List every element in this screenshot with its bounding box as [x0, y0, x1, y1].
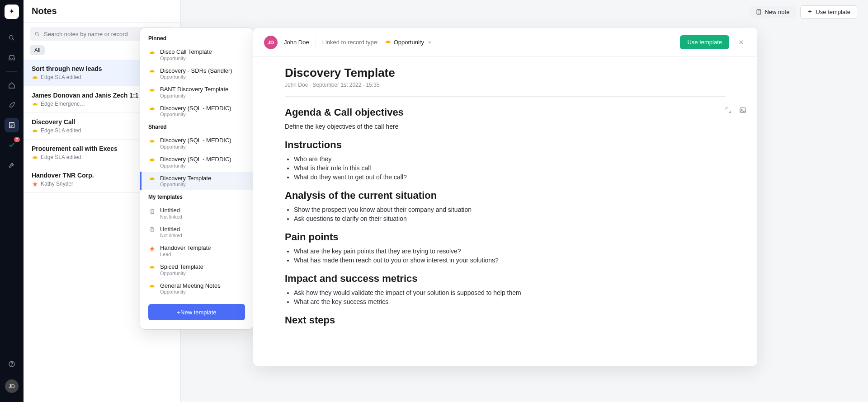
nav-home-icon[interactable]: [5, 78, 19, 93]
tpl-item[interactable]: Discovery TemplateOpportunity: [140, 172, 253, 191]
use-template-top-button[interactable]: Use template: [800, 5, 857, 19]
search-icon: [34, 31, 40, 37]
section-list-item[interactable]: What are the key pain points that they a…: [294, 248, 726, 255]
sparkle-icon: [807, 9, 813, 15]
tpl-item[interactable]: BANT Discovery TemplateOpportunity: [140, 83, 253, 102]
divider: [285, 96, 726, 97]
use-template-top-label: Use template: [816, 9, 850, 15]
image-icon[interactable]: [739, 107, 746, 114]
tpl-item-title: Disco Call Template: [160, 48, 212, 56]
tpl-item[interactable]: Discovery (SQL - MEDDIC)Opportunity: [140, 134, 253, 153]
tpl-item-title: BANT Discovery Template: [160, 86, 228, 93]
tpl-item-title: Discovery (SQL - MEDDIC): [160, 156, 231, 163]
section-text[interactable]: Define the key objectives of the call he…: [285, 123, 726, 130]
nav-tasks-badge: 7: [14, 137, 20, 142]
tpl-item-title: Discovery (SQL - MEDDIC): [160, 105, 231, 112]
nav-divider: [6, 71, 17, 72]
tpl-section-pinned-label: Pinned: [140, 35, 253, 45]
section-list[interactable]: Who are they What is their role in this …: [294, 155, 726, 181]
section-heading-agenda[interactable]: Agenda & Call objectives: [285, 107, 726, 118]
nav-tasks-icon[interactable]: 7: [5, 138, 19, 152]
crown-icon: [32, 101, 38, 107]
notes-panel-title: Notes: [32, 6, 57, 16]
tpl-item-sub: Opportunity: [160, 182, 211, 187]
editor-side-tools: [725, 107, 746, 114]
new-template-button[interactable]: +New template: [148, 304, 245, 320]
owner-avatar: JD: [264, 36, 278, 49]
nav-inbox-icon[interactable]: [5, 51, 19, 65]
note-meta: Edge Emergenc…: [41, 101, 85, 107]
divider: [316, 38, 316, 47]
tpl-item-sub: Opportunity: [160, 74, 232, 79]
star-icon: [32, 181, 38, 187]
crown-icon: [148, 283, 156, 290]
nav-rocket-icon[interactable]: [5, 98, 19, 112]
section-heading-impact[interactable]: Impact and success metrics: [285, 273, 726, 285]
section-heading-next[interactable]: Next steps: [285, 314, 726, 326]
section-list-item[interactable]: What are the key success metrics: [294, 298, 726, 305]
nav-settings-icon[interactable]: [5, 158, 19, 172]
new-note-button[interactable]: New note: [750, 6, 796, 18]
crown-icon: [148, 137, 156, 145]
crown-icon: [148, 264, 156, 271]
tpl-item[interactable]: Discovery (SQL - MEDDIC)Opportunity: [140, 102, 253, 121]
editor-body[interactable]: Discovery Template John Doe · September …: [253, 57, 757, 366]
use-template-button[interactable]: Use template: [680, 35, 729, 49]
close-button[interactable]: [736, 37, 746, 48]
tpl-item[interactable]: Spiced TemplateOpportunity: [140, 260, 253, 279]
tpl-section-shared-label: Shared: [140, 124, 253, 134]
tpl-item[interactable]: UntitledNot linked: [140, 204, 253, 223]
note-meta: Edge SLA edited: [41, 74, 81, 80]
tpl-item-sub: Opportunity: [160, 163, 231, 168]
tpl-item[interactable]: Discovery - SDRs (Sandler)Opportunity: [140, 64, 253, 83]
nav-help-icon[interactable]: [5, 357, 19, 371]
app-logo[interactable]: [5, 5, 19, 19]
section-list-item[interactable]: Who are they: [294, 155, 726, 163]
section-heading-analysis[interactable]: Analysis of the current situation: [285, 190, 726, 201]
tpl-item-sub: Opportunity: [160, 56, 212, 61]
tpl-item-sub: Lead: [160, 252, 211, 257]
close-icon: [738, 39, 744, 45]
section-list-item[interactable]: What do they want to get out of the call…: [294, 173, 726, 181]
template-editor: JD John Doe Linked to record type: Oppor…: [253, 28, 757, 366]
section-heading-instructions[interactable]: Instructions: [285, 139, 726, 151]
tpl-item[interactable]: General Meeting NotesOpportunity: [140, 279, 253, 298]
crown-icon: [148, 68, 156, 75]
note-meta: Edge SLA edited: [41, 127, 81, 134]
section-list[interactable]: Show the prospect you know about their c…: [294, 206, 726, 222]
tpl-item-title: Handover Template: [160, 244, 211, 252]
crown-icon: [148, 105, 156, 112]
section-list-item[interactable]: What has made them reach out to you or s…: [294, 257, 726, 264]
tpl-item[interactable]: Handover TemplateLead: [140, 241, 253, 260]
expand-icon[interactable]: [725, 107, 732, 114]
tpl-item-sub: Opportunity: [160, 93, 228, 98]
section-list[interactable]: What are the key pain points that they a…: [294, 248, 726, 264]
crown-icon: [32, 127, 38, 134]
template-panel: Pinned Disco Call TemplateOpportunity Di…: [140, 28, 253, 329]
doc-title[interactable]: Discovery Template: [285, 66, 726, 80]
top-actions: New note Use template: [750, 5, 857, 19]
record-type-dropdown[interactable]: Opportunity: [385, 39, 433, 46]
nav-avatar[interactable]: JD: [5, 379, 19, 393]
tpl-item[interactable]: UntitledNot linked: [140, 223, 253, 242]
linked-to-label: Linked to record type:: [322, 39, 379, 46]
nav-notes-icon[interactable]: [5, 118, 19, 132]
section-list-item[interactable]: Show the prospect you know about their c…: [294, 206, 726, 213]
crown-icon: [32, 154, 38, 160]
tpl-item[interactable]: Discovery (SQL - MEDDIC)Opportunity: [140, 153, 253, 172]
tpl-item-title: Discovery (SQL - MEDDIC): [160, 137, 231, 144]
section-list-item[interactable]: What is their role in this call: [294, 164, 726, 172]
section-list-item[interactable]: Ask how they would validate the impact o…: [294, 289, 726, 296]
section-list-item[interactable]: Ask questions to clarify on their situat…: [294, 215, 726, 222]
tpl-item-sub: Opportunity: [160, 271, 203, 276]
crown-icon: [148, 156, 156, 164]
filter-all[interactable]: All: [30, 45, 45, 55]
nav-search-icon[interactable]: [5, 31, 19, 45]
tpl-item[interactable]: Disco Call TemplateOpportunity: [140, 45, 253, 64]
tpl-section-my-label: My templates: [140, 194, 253, 204]
owner-name: John Doe: [284, 39, 309, 46]
section-list[interactable]: Ask how they would validate the impact o…: [294, 289, 726, 305]
note-plus-icon: [756, 9, 762, 15]
section-heading-pain[interactable]: Pain points: [285, 231, 726, 243]
tpl-item-title: Discovery - SDRs (Sandler): [160, 67, 232, 75]
